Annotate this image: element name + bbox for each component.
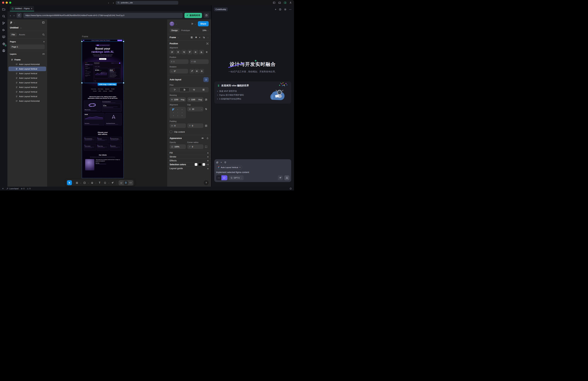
draw-mode-icon[interactable] (119, 180, 123, 185)
zoom-level-dropdown[interactable]: 19%⌄ (202, 29, 209, 31)
omnibox-search[interactable]: pokedex_site (116, 1, 178, 5)
pen-tool[interactable] (90, 180, 95, 185)
component-icon[interactable] (190, 36, 193, 39)
tab-assets[interactable]: Assets (19, 34, 25, 36)
clip-content-checkbox[interactable] (170, 130, 172, 133)
history-forward-button[interactable]: › (113, 1, 114, 4)
pen-tool-chevron[interactable]: ⌄ (95, 182, 96, 184)
chip-remove-icon[interactable]: ✕ (239, 166, 241, 168)
mention-icon[interactable]: @ (216, 161, 218, 164)
gap-input[interactable]: 10 ⌄ (187, 107, 204, 111)
padding-v-input[interactable]: 0 (187, 123, 204, 128)
align-v-center-button[interactable] (193, 50, 198, 54)
chat-mode-button[interactable] (221, 175, 227, 180)
zoom-window-button[interactable] (9, 1, 11, 4)
page-forward-button[interactable]: › (14, 14, 15, 17)
rotation-input[interactable]: ∟0° (170, 69, 188, 73)
layers-search-icon[interactable] (42, 33, 45, 36)
codebuddy-input-box[interactable]: @ + Auto Layout Vertical ✕ Implement sel… (214, 159, 291, 182)
visibility-eye-icon[interactable] (201, 137, 204, 140)
height-input[interactable]: H1165Hug (187, 97, 204, 102)
flow-vertical-button[interactable] (180, 87, 189, 92)
layers-options-icon[interactable] (42, 53, 45, 55)
ellipse-tool[interactable] (103, 180, 108, 185)
url-field[interactable]: https://www.figma.com/design/nNNNFAsnF5x… (23, 13, 183, 18)
individual-corners-icon[interactable] (205, 145, 208, 148)
avatar-chevron[interactable]: ⌄ (176, 23, 177, 25)
frame-target-icon[interactable] (206, 42, 209, 45)
launchpad-item[interactable]: Launchpad (6, 187, 19, 190)
file-name-chevron[interactable]: ⌄ (20, 27, 21, 29)
search-icon[interactable] (1, 14, 6, 19)
auto-layout-settings-icon[interactable] (205, 108, 208, 110)
user-account-icon[interactable] (289, 1, 292, 4)
context-chip[interactable]: Auto Layout Vertical ✕ (216, 165, 242, 169)
auto-layout-alignment-grid[interactable] (170, 107, 186, 119)
auto-layout-toggle[interactable] (203, 77, 209, 82)
layer-row[interactable]: Auto Layout Vertical (8, 71, 46, 76)
tab-prototype[interactable]: Prototype (181, 29, 190, 31)
statusbar-close-icon[interactable]: ✕ (2, 187, 4, 190)
flip-horizontal-button[interactable] (194, 69, 199, 73)
add-stroke-icon[interactable]: + (207, 155, 209, 158)
shape-tool-chevron[interactable]: ⌄ (88, 182, 89, 184)
source-control-icon[interactable] (1, 21, 6, 25)
page-item[interactable]: Page 1 (10, 44, 45, 49)
resizing-options-icon[interactable] (205, 98, 208, 101)
figma-canvas[interactable]: Frame FeaturesDevelopersCompanyBlogChang… (47, 20, 167, 187)
corner-radius-input[interactable]: 0 (187, 144, 204, 149)
problems-errors[interactable]: ⊘0 (21, 187, 24, 190)
toggle-left-panel-icon[interactable] (273, 1, 275, 4)
align-bottom-button[interactable] (199, 50, 204, 54)
new-chat-icon[interactable]: + (275, 8, 276, 11)
variants-icon[interactable]: ❖ (195, 36, 197, 39)
history-back-button[interactable]: ‹ (108, 1, 109, 4)
notifications-bell-icon[interactable] (289, 187, 292, 190)
flow-horizontal-button[interactable] (189, 87, 199, 92)
y-input[interactable]: Y68 (190, 59, 209, 64)
layer-row[interactable]: Auto Layout Vertical (8, 80, 46, 85)
bool-group-icon[interactable] (203, 36, 205, 39)
close-window-button[interactable] (2, 1, 4, 4)
attach-plus-icon[interactable]: + (220, 161, 222, 164)
codebuddy-tab[interactable]: CodeBuddy (214, 7, 228, 11)
present-play-icon[interactable] (191, 22, 194, 25)
move-tool[interactable] (67, 180, 72, 185)
enhance-prompt-button[interactable] (278, 175, 283, 180)
align-left-button[interactable] (170, 50, 175, 54)
add-layout-guide-icon[interactable]: + (207, 167, 209, 170)
tab-file[interactable]: File (10, 33, 17, 37)
avatar[interactable] (170, 21, 174, 26)
share-button[interactable]: Share (198, 21, 209, 26)
move-tool-chevron[interactable]: ⌄ (73, 182, 74, 184)
individual-padding-icon[interactable] (205, 124, 208, 127)
flip-vertical-button[interactable] (199, 69, 204, 73)
layer-row[interactable]: Auto Layout Horizontal (8, 62, 46, 67)
collapse-sidebar-icon[interactable] (42, 21, 45, 24)
align-right-button[interactable] (181, 50, 186, 54)
layer-row[interactable]: Auto Layout Horizontal (8, 99, 46, 103)
history-icon[interactable] (279, 8, 281, 11)
ellipse-tool-chevron[interactable]: ⌄ (108, 182, 109, 184)
add-to-chat-button[interactable]: 添加到对话 (185, 13, 202, 18)
share-graph-icon[interactable] (1, 48, 6, 53)
shape-tool[interactable] (82, 180, 87, 185)
present-chevron[interactable]: ⌄ (195, 23, 196, 25)
distribute-button[interactable] (205, 50, 209, 54)
layer-row-selected[interactable]: Auto Layout Vertical (8, 67, 46, 71)
align-h-center-button[interactable] (175, 50, 181, 54)
x-input[interactable]: X0 (170, 59, 189, 64)
padding-h-input[interactable]: 0 (170, 123, 186, 128)
remote-explorer-icon[interactable] (1, 35, 6, 39)
toggle-bottom-panel-icon[interactable] (278, 1, 281, 4)
extensions-icon[interactable]: 1 (1, 41, 6, 46)
page-back-button[interactable]: ‹ (10, 14, 11, 17)
run-debug-icon[interactable] (1, 28, 6, 32)
figma-logo-icon[interactable] (10, 21, 13, 24)
layer-row[interactable]: Auto Layout Vertical (8, 94, 46, 99)
tab-design[interactable]: Design (170, 28, 180, 32)
selection-colors-more[interactable]: +9 (206, 163, 209, 166)
frame-tool-chevron[interactable]: ⌄ (80, 182, 82, 184)
blend-drop-icon[interactable] (206, 137, 209, 140)
gap-chevron[interactable]: ⌄ (201, 108, 202, 110)
